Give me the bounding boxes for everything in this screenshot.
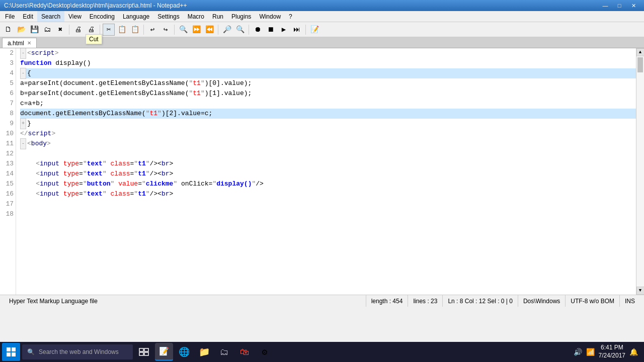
status-position: Ln : 8 Col : 12 Sel : 0 | 0 xyxy=(443,295,518,307)
scroll-down-btn[interactable]: ▼ xyxy=(636,287,645,295)
editor-container: 2 3 4 5 6 7 8 9 10 11 12 13 14 15 16 17 … xyxy=(0,48,644,295)
scrollbar-right[interactable]: ▲ ▼ xyxy=(636,48,644,295)
code-line-17 xyxy=(20,199,636,209)
line-num-7: 7 xyxy=(2,99,14,109)
code-line-7: c=a+b; xyxy=(20,99,636,109)
minimize-button[interactable]: — xyxy=(599,1,612,10)
editor-tab-html[interactable]: a.html ✕ xyxy=(2,38,37,48)
zoom-in-btn[interactable]: 🔎 xyxy=(221,24,233,36)
separator-3 xyxy=(143,25,144,35)
macro-play-btn[interactable]: ▶ xyxy=(278,24,290,36)
status-bar: Hyper Text Markup Language file length :… xyxy=(0,295,644,307)
line-numbers: 2 3 4 5 6 7 8 9 10 11 12 13 14 15 16 17 … xyxy=(0,48,16,295)
macro-rec-btn[interactable]: ⏺ xyxy=(252,24,264,36)
line-num-3: 3 xyxy=(2,58,14,68)
separator-7 xyxy=(305,25,306,35)
find-next-btn[interactable]: ⏩ xyxy=(190,24,202,36)
code-line-15: <input type="button" value="clickme" onC… xyxy=(20,179,636,189)
cut-btn[interactable]: ✂ xyxy=(103,24,115,36)
scroll-track[interactable] xyxy=(636,56,644,287)
menu-file[interactable]: File xyxy=(1,11,19,22)
line-num-18: 18 xyxy=(2,209,14,219)
separator-6 xyxy=(249,25,249,35)
status-dos: Dos\Windows xyxy=(518,295,566,307)
code-line-4: -{ xyxy=(20,68,636,78)
save-btn[interactable]: 💾 xyxy=(28,24,40,36)
status-lines: lines : 23 xyxy=(408,295,443,307)
find-prev-btn[interactable]: ⏪ xyxy=(203,24,215,36)
menu-view[interactable]: View xyxy=(64,11,86,22)
menu-language[interactable]: Language xyxy=(119,11,153,22)
code-line-9: +} xyxy=(20,119,636,129)
line-num-4: 4 xyxy=(2,68,14,78)
menu-bar: File Edit Search View Encoding Language … xyxy=(0,11,644,22)
fold-icon-2[interactable]: - xyxy=(20,48,26,59)
macro-run-btn[interactable]: ⏭ xyxy=(291,24,303,36)
separator-2 xyxy=(100,25,100,35)
scroll-thumb[interactable] xyxy=(637,57,643,72)
open-btn[interactable]: 📂 xyxy=(15,24,27,36)
scroll-up-btn[interactable]: ▲ xyxy=(636,48,645,56)
close-btn2[interactable]: ✖ xyxy=(54,24,66,36)
save-all-btn[interactable]: 🗂 xyxy=(41,24,53,36)
line-num-17: 17 xyxy=(2,199,14,209)
menu-settings[interactable]: Settings xyxy=(153,11,183,22)
maximize-button[interactable]: □ xyxy=(613,1,626,10)
code-line-12 xyxy=(20,149,636,159)
line-num-6: 6 xyxy=(2,88,14,99)
line-num-12: 12 xyxy=(2,149,14,159)
status-length: length : 454 xyxy=(366,295,409,307)
print-btn[interactable]: 🖨 xyxy=(72,24,84,36)
title-bar: C:\Users\Reddy\Desktop\desktop\html\java… xyxy=(0,0,644,11)
undo-btn[interactable]: ↩ xyxy=(146,24,158,36)
code-line-16: <input type="text" class="t1"/><br> xyxy=(20,189,636,199)
tab-label: a.html xyxy=(8,40,24,47)
syntax-btn[interactable]: 📝 xyxy=(308,24,320,36)
zoom-out-btn[interactable]: 🔍 xyxy=(234,24,246,36)
window-controls: — □ ✕ xyxy=(599,1,640,10)
menu-run[interactable]: Run xyxy=(208,11,227,22)
close-button[interactable]: ✕ xyxy=(627,1,640,10)
menu-encoding[interactable]: Encoding xyxy=(86,11,119,22)
paste-btn[interactable]: 📋 xyxy=(129,24,141,36)
menu-window[interactable]: Window xyxy=(255,11,285,22)
line-num-13: 13 xyxy=(2,159,14,169)
menu-edit[interactable]: Edit xyxy=(19,11,37,22)
line-num-16: 16 xyxy=(2,189,14,199)
fold-icon-4[interactable]: - xyxy=(20,68,26,79)
code-line-5: a=parseInt(document.getElementsByClassNa… xyxy=(20,78,636,88)
redo-btn[interactable]: ↪ xyxy=(159,24,172,36)
code-line-10: </script> xyxy=(20,129,636,139)
status-filetype: Hyper Text Markup Language file xyxy=(4,295,366,307)
line-num-9: 9 xyxy=(2,119,14,129)
fold-icon-11[interactable]: - xyxy=(20,138,26,149)
separator-1 xyxy=(69,25,69,35)
code-line-13: <input type="text" class="t1"/><br> xyxy=(20,159,636,169)
menu-macro[interactable]: Macro xyxy=(184,11,208,22)
new-file-btn[interactable]: 🗋 xyxy=(2,24,14,36)
fold-icon-9[interactable]: + xyxy=(20,118,26,129)
copy-btn[interactable]: 📋 xyxy=(116,24,128,36)
menu-help[interactable]: ? xyxy=(285,11,296,22)
code-line-3: function display() xyxy=(20,58,636,68)
code-line-8: document.getElementsByClassName("t1")[2]… xyxy=(20,109,636,119)
code-line-6: b=parseInt(document.getElementsByClassNa… xyxy=(20,88,636,99)
status-encoding: UTF-8 w/o BOM xyxy=(566,295,620,307)
menu-search[interactable]: Search xyxy=(37,11,64,22)
tab-close-btn[interactable]: ✕ xyxy=(27,40,31,46)
code-area[interactable]: -<script> function display() -{ a=parseI… xyxy=(16,48,636,295)
separator-4 xyxy=(174,25,175,35)
code-line-18 xyxy=(20,209,636,219)
print-now-btn[interactable]: 🖨 xyxy=(85,24,97,36)
code-line-14: <input type="text" class="t1"/><br> xyxy=(20,169,636,179)
macro-stop-btn[interactable]: ⏹ xyxy=(265,24,277,36)
title-text: C:\Users\Reddy\Desktop\desktop\html\java… xyxy=(4,2,599,9)
line-num-10: 10 xyxy=(2,129,14,139)
line-num-2: 2 xyxy=(2,48,14,58)
find-btn[interactable]: 🔍 xyxy=(177,24,189,36)
line-num-11: 11 xyxy=(2,139,14,149)
code-line-11: -<body> xyxy=(20,139,636,149)
line-num-8: 8 xyxy=(2,109,14,119)
line-num-5: 5 xyxy=(2,78,14,88)
menu-plugins[interactable]: Plugins xyxy=(227,11,255,22)
